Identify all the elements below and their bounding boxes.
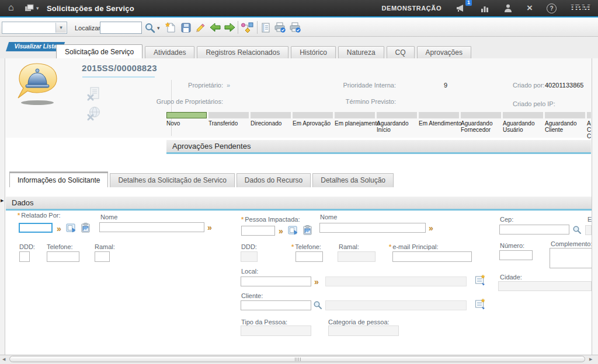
previous-record-button[interactable] bbox=[208, 21, 221, 34]
reported-by-name-detail-icon[interactable]: » bbox=[207, 223, 212, 232]
created-by-value: 40201133865 bbox=[545, 82, 583, 89]
phone-input[interactable] bbox=[47, 251, 79, 262]
numero-input[interactable] bbox=[499, 250, 533, 260]
applications-caret-icon[interactable]: ▾ bbox=[36, 6, 39, 11]
impacted-person-label: *Pessoa Impactada: bbox=[241, 216, 300, 223]
subtab-detalhes-da-solucao[interactable]: Detalhes da Solução bbox=[312, 173, 394, 187]
dados-section-header: Dados bbox=[6, 197, 592, 211]
reports-button[interactable] bbox=[480, 4, 489, 13]
print-button[interactable] bbox=[273, 21, 286, 34]
home-icon[interactable]: ⌂ bbox=[8, 3, 14, 12]
local-detail-icon[interactable]: » bbox=[314, 278, 319, 286]
stage-item: Direcionado bbox=[251, 112, 291, 139]
internal-priority-value: 9 bbox=[444, 82, 447, 89]
subtab-detalhes-da-solicitacao[interactable]: Detalhes da Solicitação de Servico bbox=[110, 173, 234, 187]
help-button[interactable]: ? bbox=[547, 4, 557, 13]
expand-panel-icon[interactable]: ▶ bbox=[1, 198, 4, 203]
clear-changes-button[interactable] bbox=[194, 21, 207, 34]
reported-by-name-input[interactable] bbox=[99, 222, 204, 232]
scroll-left-icon[interactable]: ◀ bbox=[2, 356, 5, 362]
long-description-icon[interactable] bbox=[474, 298, 486, 312]
view-list-label: Visualizar Lista bbox=[15, 42, 57, 51]
tab-historico[interactable]: Histórico bbox=[291, 46, 336, 59]
close-button[interactable]: × bbox=[527, 4, 533, 13]
new-record-button[interactable] bbox=[164, 21, 177, 34]
announcements-button[interactable]: 1 bbox=[456, 4, 466, 13]
stage-label: Aguardando Início bbox=[377, 120, 417, 133]
impacted-name-input[interactable] bbox=[319, 223, 426, 233]
scroll-right-icon[interactable]: ▶ bbox=[589, 356, 592, 362]
route-workflow-icon bbox=[241, 22, 253, 33]
ddd-input[interactable] bbox=[19, 251, 30, 262]
vertical-scrollbar[interactable] bbox=[592, 58, 598, 355]
long-description-icon[interactable] bbox=[474, 274, 486, 288]
stage-label: Direcionado bbox=[251, 120, 291, 127]
next-record-button[interactable] bbox=[223, 21, 236, 34]
impacted-ddd-input bbox=[241, 251, 258, 262]
cidade-input bbox=[498, 281, 592, 291]
local-input[interactable] bbox=[241, 276, 311, 286]
reported-by-input[interactable] bbox=[19, 223, 53, 233]
impacted-name-detail-icon[interactable]: » bbox=[429, 224, 433, 232]
email-input[interactable] bbox=[392, 251, 472, 262]
stage-bar bbox=[208, 112, 249, 118]
print-with-attachments-button[interactable] bbox=[288, 21, 301, 34]
profile-button[interactable] bbox=[503, 4, 513, 13]
stage-item: Transferido bbox=[208, 112, 249, 139]
toolbar-separator bbox=[257, 21, 258, 34]
workflow-button[interactable] bbox=[241, 21, 253, 34]
stage-bar bbox=[335, 112, 375, 118]
stage-bar bbox=[587, 112, 591, 118]
tab-solicitacao-de-servico[interactable]: Solicitação de Serviço bbox=[56, 44, 142, 59]
status-stage-bar: Novo Transferido Direcionado Em Aprovaçã… bbox=[166, 112, 591, 139]
topbar-actions: DEMONSTRAÇÃO 1 bbox=[382, 0, 591, 16]
tab-atividades[interactable]: Atividades bbox=[145, 46, 194, 59]
complemento-textarea[interactable] bbox=[550, 248, 592, 268]
person-category-label: Categoria de pessoa: bbox=[328, 318, 390, 326]
stage-item: Aguardando Usuário bbox=[503, 112, 543, 139]
tab-cq[interactable]: CQ bbox=[387, 46, 415, 59]
person-category-input bbox=[328, 326, 399, 336]
subtab-dados-do-recurso[interactable]: Dados do Recurso bbox=[237, 173, 311, 187]
combobox-caret-button[interactable]: ▾ bbox=[55, 23, 66, 33]
tab-registros-relacionados[interactable]: Registros Relacionados bbox=[197, 46, 288, 59]
go-to-applications-icon[interactable] bbox=[25, 4, 34, 12]
record-select-combobox[interactable]: ▾ bbox=[2, 22, 67, 34]
reports-menu-button[interactable] bbox=[259, 21, 272, 34]
required-icon: * bbox=[389, 243, 391, 250]
subtab-informacoes-do-solicitante[interactable]: Informações do Solicitante bbox=[9, 172, 108, 187]
stage-item: Em planejamento bbox=[335, 112, 375, 139]
cliente-input[interactable] bbox=[241, 300, 311, 310]
select-value-icon[interactable] bbox=[65, 222, 77, 236]
save-button[interactable] bbox=[179, 21, 192, 34]
ramal-input[interactable] bbox=[95, 251, 110, 262]
impacted-name-label: Nome bbox=[320, 214, 337, 220]
cep-lookup-icon[interactable] bbox=[572, 225, 582, 237]
search-button[interactable] bbox=[143, 21, 156, 34]
cep-input[interactable] bbox=[499, 225, 569, 235]
bar-chart-icon bbox=[480, 4, 489, 13]
cliente-lookup-icon[interactable] bbox=[313, 300, 322, 312]
reported-by-detail-menu-icon[interactable]: » bbox=[57, 225, 61, 233]
stage-label: Aguardando Usuário bbox=[503, 120, 543, 133]
owner-detail-menu-icon[interactable]: » bbox=[227, 82, 230, 89]
cliente-label: Cliente: bbox=[241, 292, 263, 299]
local-description-field bbox=[325, 276, 467, 286]
impacted-person-input[interactable] bbox=[241, 226, 275, 236]
stage-item: Em Atendimento bbox=[419, 112, 459, 139]
find-record-input[interactable] bbox=[100, 22, 142, 34]
impacted-person-detail-icon[interactable]: » bbox=[279, 227, 283, 235]
left-collapse-strip[interactable]: ▶ bbox=[0, 58, 5, 355]
clipboard-image-icon[interactable] bbox=[302, 225, 313, 238]
impacted-phone-input[interactable] bbox=[295, 251, 323, 262]
eraser-pencil-icon bbox=[194, 22, 206, 33]
clipboard-image-icon[interactable] bbox=[80, 222, 91, 236]
select-value-icon[interactable] bbox=[287, 225, 298, 238]
record-select-input[interactable] bbox=[3, 23, 60, 33]
address-input-clipped bbox=[585, 225, 592, 235]
search-options-caret-icon[interactable]: ▾ bbox=[157, 26, 160, 31]
tab-aprovacoes[interactable]: Aprovações bbox=[417, 46, 471, 59]
environment-label: DEMONSTRAÇÃO bbox=[382, 5, 442, 12]
report-icon bbox=[260, 22, 271, 33]
tab-natureza[interactable]: Natureza bbox=[338, 46, 384, 59]
